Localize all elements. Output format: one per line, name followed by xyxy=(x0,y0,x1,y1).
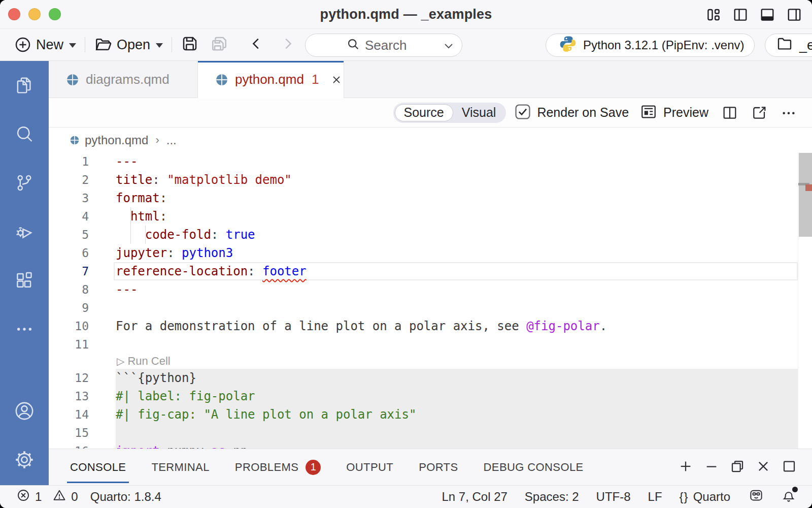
line-number: 6 xyxy=(49,244,89,262)
toggle-right-sidebar-icon[interactable] xyxy=(787,7,802,22)
language-mode-status[interactable]: {} Quarto xyxy=(680,490,730,504)
code-line-2[interactable]: 2title: "matplotlib demo" xyxy=(49,171,798,189)
customize-layout-icon[interactable] xyxy=(706,7,721,22)
preview-button[interactable]: Preview xyxy=(640,103,708,122)
problems-status[interactable]: 1 0 xyxy=(16,488,78,505)
explorer-icon[interactable] xyxy=(0,61,49,110)
notification-dot xyxy=(792,487,798,492)
quarto-version-status[interactable]: Quarto: 1.8.4 xyxy=(90,490,161,504)
run-cell-button[interactable]: ▷Run Cell xyxy=(49,354,798,369)
more-actions-icon[interactable] xyxy=(0,305,49,354)
top-action-bar: New Open xyxy=(0,29,812,61)
tab-problem-count: 1 xyxy=(312,72,319,87)
panel-close-icon[interactable] xyxy=(756,459,771,476)
code-line-15[interactable]: 15 xyxy=(49,424,798,442)
panel-restore-icon[interactable] xyxy=(730,459,745,476)
breadcrumb-symbol[interactable]: ... xyxy=(166,133,177,147)
line-content xyxy=(89,424,116,442)
panel-tab-label: TERMINAL xyxy=(151,461,209,474)
quarto-file-icon xyxy=(215,73,228,86)
close-tab-icon[interactable] xyxy=(330,74,343,86)
window-title: python.qmd — _examples xyxy=(0,0,812,29)
toggle-panel-icon[interactable] xyxy=(760,7,775,22)
navigate-forward-icon[interactable] xyxy=(280,36,295,53)
search-chevron-down-icon[interactable] xyxy=(444,42,454,52)
panel-tab-label: PORTS xyxy=(419,461,458,474)
activity-bar xyxy=(0,61,49,485)
source-control-icon[interactable] xyxy=(0,158,49,207)
panel-tab-label: CONSOLE xyxy=(70,461,126,474)
status-bar: 1 0 Quarto: 1.8.4 Ln 7, Col 27 Spaces: 2… xyxy=(0,485,812,508)
tab-python-qmd[interactable]: python.qmd 1 xyxy=(198,61,344,98)
panel-minimize-icon[interactable] xyxy=(704,459,719,476)
indentation-status[interactable]: Spaces: 2 xyxy=(525,490,579,504)
code-lines: 1---2title: "matplotlib demo"3format:4 h… xyxy=(49,152,798,449)
panel-tab-ports[interactable]: PORTS xyxy=(419,449,458,485)
code-line-8[interactable]: 8--- xyxy=(49,280,798,299)
toggle-left-sidebar-icon[interactable] xyxy=(733,7,748,22)
navigate-back-icon[interactable] xyxy=(249,36,264,53)
feedback-icon[interactable] xyxy=(749,488,764,506)
open-external-icon[interactable] xyxy=(751,105,767,121)
panel-tab-terminal[interactable]: TERMINAL xyxy=(151,449,209,485)
code-line-9[interactable]: 9 xyxy=(49,299,798,317)
preview-label: Preview xyxy=(663,105,708,120)
cursor-position-status[interactable]: Ln 7, Col 27 xyxy=(442,490,507,504)
open-button[interactable]: Open xyxy=(94,36,163,54)
panel-tab-output[interactable]: OUTPUT xyxy=(346,449,393,485)
scrollbar-thumb[interactable] xyxy=(799,153,812,237)
code-line-3[interactable]: 3format: xyxy=(49,189,798,207)
code-line-10[interactable]: 10For a demonstration of a line plot on … xyxy=(49,317,798,335)
breadcrumb-file[interactable]: python.qmd xyxy=(85,133,148,147)
code-line-12[interactable]: 12```{python} xyxy=(49,369,798,387)
code-line-4[interactable]: 4 html: xyxy=(49,207,798,226)
code-line-6[interactable]: 6jupyter: python3 xyxy=(49,244,798,262)
workspace-selector[interactable]: _ex xyxy=(765,34,812,57)
panel-tab-problems[interactable]: PROBLEMS1 xyxy=(235,449,321,485)
line-content: code-fold: true xyxy=(89,226,255,244)
code-line-11[interactable]: 11 xyxy=(49,335,798,354)
settings-gear-icon[interactable] xyxy=(0,435,49,484)
run-cell-play-icon: ▷ xyxy=(117,354,124,369)
quarto-file-icon xyxy=(66,73,79,86)
interpreter-selector[interactable]: Python 3.12.1 (PipEnv: .venv) xyxy=(546,34,755,57)
bottom-panel: CONSOLETERMINALPROBLEMS1OUTPUTPORTSDEBUG… xyxy=(49,449,812,485)
notifications-bell-icon[interactable] xyxy=(781,488,796,506)
eol-status[interactable]: LF xyxy=(648,490,662,504)
code-line-7[interactable]: 7reference-location: footer xyxy=(49,262,798,280)
panel-tab-label: PROBLEMS xyxy=(235,461,298,474)
folder-icon xyxy=(776,36,793,55)
line-number: 2 xyxy=(49,171,89,189)
tab-diagrams-qmd[interactable]: diagrams.qmd xyxy=(49,61,198,98)
panel-layout-icon[interactable] xyxy=(782,459,797,476)
encoding-status[interactable]: UTF-8 xyxy=(596,490,631,504)
line-content: format: xyxy=(89,189,167,207)
new-button[interactable]: New xyxy=(14,36,76,53)
source-mode-button[interactable]: Source xyxy=(395,104,453,121)
search-sidebar-icon[interactable] xyxy=(0,110,49,158)
search-input[interactable]: Search xyxy=(305,34,462,57)
panel-tab-console[interactable]: CONSOLE xyxy=(70,449,126,485)
code-line-16[interactable]: 16import numpy as np xyxy=(49,442,798,449)
extensions-icon[interactable] xyxy=(0,256,49,305)
more-actions-ellipsis-icon[interactable] xyxy=(781,105,797,121)
account-icon[interactable] xyxy=(0,387,49,435)
panel-tab-debug-console[interactable]: DEBUG CONSOLE xyxy=(484,449,584,485)
split-editor-icon[interactable] xyxy=(722,105,738,121)
breadcrumb[interactable]: python.qmd › ... xyxy=(49,128,812,152)
editor-scrollbar[interactable] xyxy=(798,152,812,449)
save-all-icon[interactable] xyxy=(210,35,228,55)
visual-mode-button[interactable]: Visual xyxy=(453,104,505,121)
line-content: jupyter: python3 xyxy=(89,244,233,262)
code-line-1[interactable]: 1--- xyxy=(49,152,798,171)
save-icon[interactable] xyxy=(181,35,199,55)
code-line-5[interactable]: 5 code-fold: true xyxy=(49,226,798,244)
code-line-13[interactable]: 13#| label: fig-polar xyxy=(49,387,798,405)
line-number: 10 xyxy=(49,317,89,335)
code-editor[interactable]: 1---2title: "matplotlib demo"3format:4 h… xyxy=(49,152,812,449)
run-debug-icon[interactable] xyxy=(0,207,49,256)
panel-add-icon[interactable] xyxy=(678,459,693,476)
editor-tab-strip: diagrams.qmd python.qmd 1 xyxy=(49,61,812,98)
code-line-14[interactable]: 14#| fig-cap: "A line plot on a polar ax… xyxy=(49,405,798,424)
render-on-save-checkbox[interactable] xyxy=(514,103,531,122)
